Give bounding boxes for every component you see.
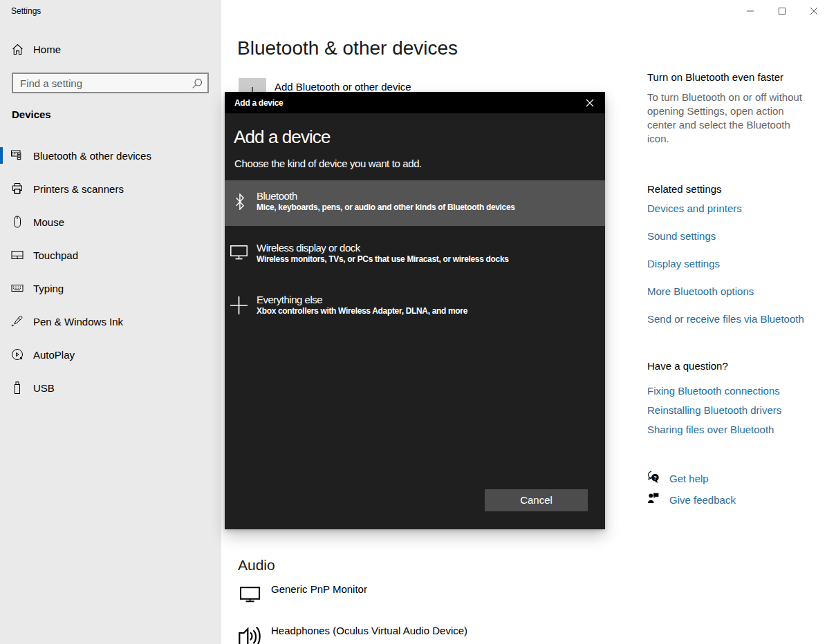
svg-text:?: ? bbox=[653, 475, 657, 481]
